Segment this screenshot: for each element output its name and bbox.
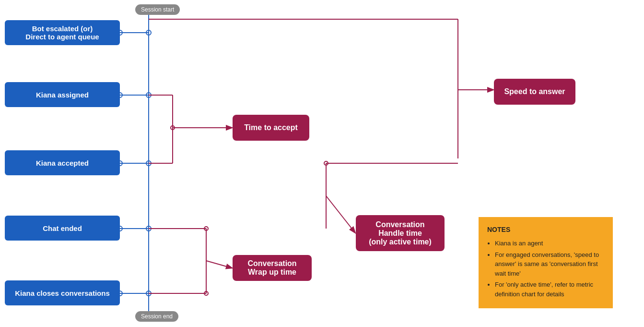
notes-item-2: For engaged conversations, 'speed to ans… [495,250,604,279]
notes-list: Kiana is an agent For engaged conversati… [487,239,604,299]
svg-point-3 [146,30,151,35]
svg-point-36 [204,291,208,295]
session-end-label: Session end [135,311,178,322]
notes-box: NOTES Kiana is an agent For engaged conv… [479,217,613,308]
svg-point-6 [146,93,151,97]
notes-item-1: Kiana is an agent [495,239,604,248]
event-box-kiana-accepted: Kiana accepted [5,150,120,175]
event-box-bot-escalated: Bot escalated (or) Direct to agent queue [5,20,120,45]
svg-point-34 [204,227,208,230]
svg-point-22 [171,126,175,130]
svg-line-37 [206,261,232,268]
svg-line-31 [326,196,355,232]
metric-box-speed-to-answer: Speed to answer [494,79,575,105]
svg-point-12 [146,226,151,231]
session-start-label: Session start [135,4,180,15]
event-box-kiana-assigned: Kiana assigned [5,82,120,107]
svg-point-26 [324,161,328,165]
metric-box-time-to-accept: Time to accept [233,115,309,141]
svg-point-9 [146,161,151,166]
diagram-container: Session start Session end Bot escalated … [0,0,644,327]
notes-title: NOTES [487,225,604,235]
metric-box-conversation-wrap-up: Conversation Wrap up time [233,255,312,281]
metric-box-conversation-handle-time: Conversation Handle time (only active ti… [356,215,445,251]
event-box-kiana-closes: Kiana closes conversations [5,280,120,305]
svg-point-15 [146,291,151,296]
event-box-chat-ended: Chat ended [5,216,120,241]
notes-item-3: For 'only active time', refer to metric … [495,280,604,299]
